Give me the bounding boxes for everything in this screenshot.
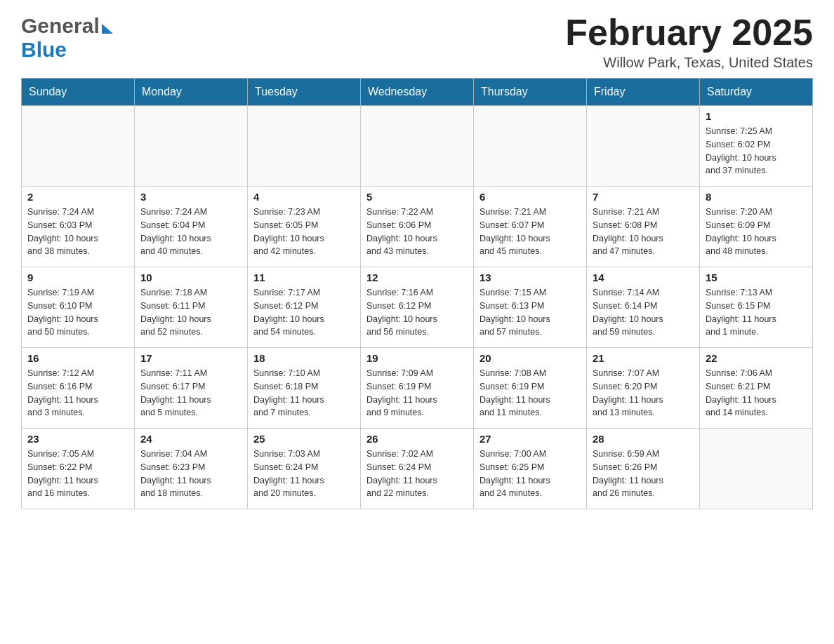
day-number: 16	[27, 352, 128, 364]
calendar-cell: 16Sunrise: 7:12 AMSunset: 6:16 PMDayligh…	[22, 348, 135, 429]
day-number: 17	[140, 352, 241, 364]
weekday-header-sunday: Sunday	[22, 79, 135, 106]
logo-general-text: General	[21, 14, 100, 38]
day-number: 19	[366, 352, 468, 364]
day-number: 26	[366, 433, 468, 445]
logo: General Blue	[21, 14, 113, 62]
day-number: 7	[593, 191, 694, 203]
day-info: Sunrise: 7:19 AMSunset: 6:10 PMDaylight:…	[27, 286, 128, 339]
calendar-week-row: 23Sunrise: 7:05 AMSunset: 6:22 PMDayligh…	[22, 429, 813, 509]
calendar-cell: 13Sunrise: 7:15 AMSunset: 6:13 PMDayligh…	[474, 267, 587, 348]
calendar-cell: 10Sunrise: 7:18 AMSunset: 6:11 PMDayligh…	[135, 267, 248, 348]
month-title: February 2025	[565, 14, 813, 51]
weekday-header-thursday: Thursday	[474, 79, 587, 106]
day-number: 15	[706, 271, 807, 283]
calendar-cell: 27Sunrise: 7:00 AMSunset: 6:25 PMDayligh…	[474, 429, 587, 509]
weekday-header-row: SundayMondayTuesdayWednesdayThursdayFrid…	[22, 79, 813, 106]
calendar-cell	[361, 106, 474, 187]
calendar-week-row: 2Sunrise: 7:24 AMSunset: 6:03 PMDaylight…	[22, 187, 813, 267]
day-number: 1	[706, 110, 807, 122]
day-number: 27	[479, 433, 581, 445]
day-info: Sunrise: 7:15 AMSunset: 6:13 PMDaylight:…	[479, 286, 581, 339]
calendar-cell: 22Sunrise: 7:06 AMSunset: 6:21 PMDayligh…	[700, 348, 813, 429]
calendar-cell	[700, 429, 813, 509]
calendar-cell: 15Sunrise: 7:13 AMSunset: 6:15 PMDayligh…	[700, 267, 813, 348]
day-number: 21	[593, 352, 694, 364]
weekday-header-saturday: Saturday	[700, 79, 813, 106]
day-info: Sunrise: 7:10 AMSunset: 6:18 PMDaylight:…	[253, 367, 355, 420]
calendar-cell: 4Sunrise: 7:23 AMSunset: 6:05 PMDaylight…	[248, 187, 361, 267]
day-info: Sunrise: 7:24 AMSunset: 6:04 PMDaylight:…	[140, 206, 241, 258]
day-info: Sunrise: 7:02 AMSunset: 6:24 PMDaylight:…	[366, 448, 468, 500]
day-info: Sunrise: 7:22 AMSunset: 6:06 PMDaylight:…	[366, 206, 468, 258]
day-number: 3	[140, 191, 241, 203]
calendar-week-row: 1Sunrise: 7:25 AMSunset: 6:02 PMDaylight…	[22, 106, 813, 187]
calendar-cell: 17Sunrise: 7:11 AMSunset: 6:17 PMDayligh…	[135, 348, 248, 429]
day-number: 6	[479, 191, 581, 203]
day-number: 4	[253, 191, 355, 203]
day-info: Sunrise: 7:06 AMSunset: 6:21 PMDaylight:…	[706, 367, 807, 420]
calendar-cell: 6Sunrise: 7:21 AMSunset: 6:07 PMDaylight…	[474, 187, 587, 267]
calendar-cell: 21Sunrise: 7:07 AMSunset: 6:20 PMDayligh…	[587, 348, 700, 429]
calendar-cell: 12Sunrise: 7:16 AMSunset: 6:12 PMDayligh…	[361, 267, 474, 348]
weekday-header-monday: Monday	[135, 79, 248, 106]
day-info: Sunrise: 7:20 AMSunset: 6:09 PMDaylight:…	[706, 206, 807, 258]
day-info: Sunrise: 7:17 AMSunset: 6:12 PMDaylight:…	[253, 286, 355, 339]
calendar-cell: 7Sunrise: 7:21 AMSunset: 6:08 PMDaylight…	[587, 187, 700, 267]
page-header: General Blue February 2025 Willow Park, …	[21, 14, 813, 71]
day-number: 22	[706, 352, 807, 364]
day-info: Sunrise: 7:07 AMSunset: 6:20 PMDaylight:…	[593, 367, 694, 420]
day-number: 9	[27, 271, 128, 283]
calendar-cell: 19Sunrise: 7:09 AMSunset: 6:19 PMDayligh…	[361, 348, 474, 429]
day-number: 20	[479, 352, 581, 364]
day-number: 10	[140, 271, 241, 283]
calendar-cell	[248, 106, 361, 187]
day-info: Sunrise: 6:59 AMSunset: 6:26 PMDaylight:…	[593, 448, 694, 500]
calendar-cell: 25Sunrise: 7:03 AMSunset: 6:24 PMDayligh…	[248, 429, 361, 509]
calendar-cell: 8Sunrise: 7:20 AMSunset: 6:09 PMDaylight…	[700, 187, 813, 267]
calendar-cell: 20Sunrise: 7:08 AMSunset: 6:19 PMDayligh…	[474, 348, 587, 429]
day-info: Sunrise: 7:25 AMSunset: 6:02 PMDaylight:…	[706, 125, 807, 177]
calendar-cell: 11Sunrise: 7:17 AMSunset: 6:12 PMDayligh…	[248, 267, 361, 348]
calendar-week-row: 9Sunrise: 7:19 AMSunset: 6:10 PMDaylight…	[22, 267, 813, 348]
day-info: Sunrise: 7:12 AMSunset: 6:16 PMDaylight:…	[27, 367, 128, 420]
calendar-cell	[587, 106, 700, 187]
weekday-header-wednesday: Wednesday	[361, 79, 474, 106]
calendar-cell: 28Sunrise: 6:59 AMSunset: 6:26 PMDayligh…	[587, 429, 700, 509]
day-number: 5	[366, 191, 468, 203]
calendar-cell: 23Sunrise: 7:05 AMSunset: 6:22 PMDayligh…	[22, 429, 135, 509]
calendar-cell: 18Sunrise: 7:10 AMSunset: 6:18 PMDayligh…	[248, 348, 361, 429]
day-info: Sunrise: 7:18 AMSunset: 6:11 PMDaylight:…	[140, 286, 241, 339]
day-number: 24	[140, 433, 241, 445]
day-info: Sunrise: 7:05 AMSunset: 6:22 PMDaylight:…	[27, 448, 128, 500]
day-info: Sunrise: 7:21 AMSunset: 6:07 PMDaylight:…	[479, 206, 581, 258]
day-info: Sunrise: 7:14 AMSunset: 6:14 PMDaylight:…	[593, 286, 694, 339]
day-info: Sunrise: 7:11 AMSunset: 6:17 PMDaylight:…	[140, 367, 241, 420]
calendar-cell: 14Sunrise: 7:14 AMSunset: 6:14 PMDayligh…	[587, 267, 700, 348]
calendar-cell: 9Sunrise: 7:19 AMSunset: 6:10 PMDaylight…	[22, 267, 135, 348]
day-number: 14	[593, 271, 694, 283]
calendar-cell	[135, 106, 248, 187]
calendar-cell: 1Sunrise: 7:25 AMSunset: 6:02 PMDaylight…	[700, 106, 813, 187]
weekday-header-tuesday: Tuesday	[248, 79, 361, 106]
day-info: Sunrise: 7:24 AMSunset: 6:03 PMDaylight:…	[27, 206, 128, 258]
calendar-week-row: 16Sunrise: 7:12 AMSunset: 6:16 PMDayligh…	[22, 348, 813, 429]
logo-blue-text: Blue	[21, 38, 67, 62]
day-number: 23	[27, 433, 128, 445]
day-number: 25	[253, 433, 355, 445]
day-info: Sunrise: 7:09 AMSunset: 6:19 PMDaylight:…	[366, 367, 468, 420]
title-area: February 2025 Willow Park, Texas, United…	[565, 14, 813, 71]
logo-arrow-icon	[102, 24, 113, 34]
day-info: Sunrise: 7:08 AMSunset: 6:19 PMDaylight:…	[479, 367, 581, 420]
day-number: 11	[253, 271, 355, 283]
calendar-cell: 24Sunrise: 7:04 AMSunset: 6:23 PMDayligh…	[135, 429, 248, 509]
day-info: Sunrise: 7:23 AMSunset: 6:05 PMDaylight:…	[253, 206, 355, 258]
day-info: Sunrise: 7:00 AMSunset: 6:25 PMDaylight:…	[479, 448, 581, 500]
day-number: 2	[27, 191, 128, 203]
calendar-cell	[474, 106, 587, 187]
day-info: Sunrise: 7:13 AMSunset: 6:15 PMDaylight:…	[706, 286, 807, 339]
calendar-table: SundayMondayTuesdayWednesdayThursdayFrid…	[21, 78, 813, 509]
day-number: 13	[479, 271, 581, 283]
calendar-cell	[22, 106, 135, 187]
calendar-cell: 3Sunrise: 7:24 AMSunset: 6:04 PMDaylight…	[135, 187, 248, 267]
